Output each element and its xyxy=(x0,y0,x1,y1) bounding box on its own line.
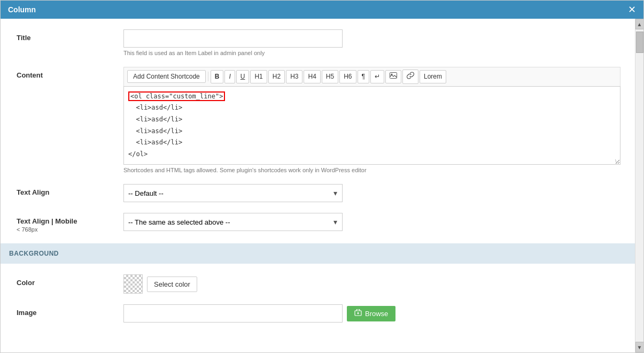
content-editor-wrapper: <ol class="custom_line"> <li>asd</li> <l… xyxy=(123,86,620,165)
modal-container: Column ✕ Title This field is used as an … xyxy=(0,0,644,353)
image-input-row: Browse xyxy=(123,304,619,323)
modal-scrollbar: ▲ ▼ xyxy=(635,19,643,352)
browse-label: Browse xyxy=(365,310,388,318)
color-field-wrapper: Select color xyxy=(123,274,619,294)
background-section-header: BACKGROUND xyxy=(1,243,635,264)
content-toolbar: Add Content Shortcode B I U H1 H2 H3 H4 … xyxy=(123,67,620,86)
highlighted-line: <ol class="custom_line"> xyxy=(128,91,225,101)
content-row: Content Add Content Shortcode B I U H1 H… xyxy=(17,67,619,173)
h1-button[interactable]: H1 xyxy=(250,70,267,83)
title-hint: This field is used as an Item Label in a… xyxy=(123,50,619,56)
content-label: Content xyxy=(17,67,123,79)
text-align-label: Text Align xyxy=(17,184,123,196)
browse-button[interactable]: Browse xyxy=(347,306,395,321)
h6-button[interactable]: H6 xyxy=(339,70,356,83)
title-field-wrapper: This field is used as an Item Label in a… xyxy=(123,29,619,56)
content-field-wrapper: Add Content Shortcode B I U H1 H2 H3 H4 … xyxy=(123,67,620,173)
h3-button[interactable]: H3 xyxy=(286,70,302,83)
color-row: Color Select color xyxy=(17,274,619,294)
text-align-mobile-label: Text Align | Mobile < 768px xyxy=(17,213,123,233)
underline-button[interactable]: U xyxy=(236,70,250,83)
text-align-mobile-select-wrapper: -- The same as selected above -- -- Defa… xyxy=(123,213,343,231)
h5-button[interactable]: H5 xyxy=(322,70,338,83)
color-label: Color xyxy=(17,274,123,287)
content-hint: Shortcodes and HTML tags allowed. Some p… xyxy=(123,167,620,173)
text-align-select-wrapper: -- Default -- Left Center Right Justify xyxy=(123,184,343,202)
text-align-mobile-sublabel: < 768px xyxy=(17,226,123,233)
h2-button[interactable]: H2 xyxy=(268,70,285,83)
scrollbar-thumb[interactable] xyxy=(636,32,643,53)
italic-button[interactable]: I xyxy=(224,70,235,83)
title-label: Title xyxy=(17,29,123,42)
image-row: Image xyxy=(17,304,619,323)
link-button[interactable] xyxy=(402,70,418,84)
image-icon xyxy=(390,73,397,80)
add-content-shortcode-button[interactable]: Add Content Shortcode xyxy=(127,70,206,83)
browse-icon xyxy=(354,309,362,318)
text-align-select[interactable]: -- Default -- Left Center Right Justify xyxy=(123,184,343,202)
link-icon xyxy=(407,73,414,81)
modal-close-button[interactable]: ✕ xyxy=(628,5,636,14)
text-align-row: Text Align -- Default -- Left Center Rig… xyxy=(17,184,619,202)
paragraph-button[interactable]: ¶ xyxy=(358,70,369,83)
lorem-button[interactable]: Lorem xyxy=(420,70,446,83)
title-input[interactable] xyxy=(123,29,343,48)
image-field-wrapper: Browse xyxy=(123,304,619,323)
modal-title: Column xyxy=(8,5,36,14)
text-align-mobile-select[interactable]: -- The same as selected above -- -- Defa… xyxy=(123,213,343,231)
image-input[interactable] xyxy=(123,304,343,323)
bold-button[interactable]: B xyxy=(211,70,224,83)
select-color-button[interactable]: Select color xyxy=(147,277,197,292)
toolbar-sep-1 xyxy=(208,72,208,81)
text-align-mobile-field-wrapper: -- The same as selected above -- -- Defa… xyxy=(123,213,619,231)
modal-header: Column ✕ xyxy=(1,1,643,19)
modal-body: Title This field is used as an Item Labe… xyxy=(1,19,643,352)
enter-button[interactable]: ↵ xyxy=(370,70,384,83)
color-checker-swatch[interactable] xyxy=(123,274,143,294)
scrollbar-down-button[interactable]: ▼ xyxy=(635,342,644,352)
content-editor[interactable]: <ol class="custom_line"> <li>asd</li> <l… xyxy=(123,86,620,165)
image-label: Image xyxy=(17,304,123,317)
title-row: Title This field is used as an Item Labe… xyxy=(17,29,619,56)
scrollbar-up-button[interactable]: ▲ xyxy=(635,19,644,29)
image-button[interactable] xyxy=(385,70,401,83)
text-align-field-wrapper: -- Default -- Left Center Right Justify xyxy=(123,184,619,202)
scrollbar-track xyxy=(635,29,643,342)
h4-button[interactable]: H4 xyxy=(304,70,320,83)
modal-scroll-content: Title This field is used as an Item Labe… xyxy=(1,19,635,352)
resize-handle[interactable]: ∖ xyxy=(614,158,619,164)
color-picker-row: Select color xyxy=(123,274,619,294)
text-align-mobile-row: Text Align | Mobile < 768px -- The same … xyxy=(17,213,619,233)
